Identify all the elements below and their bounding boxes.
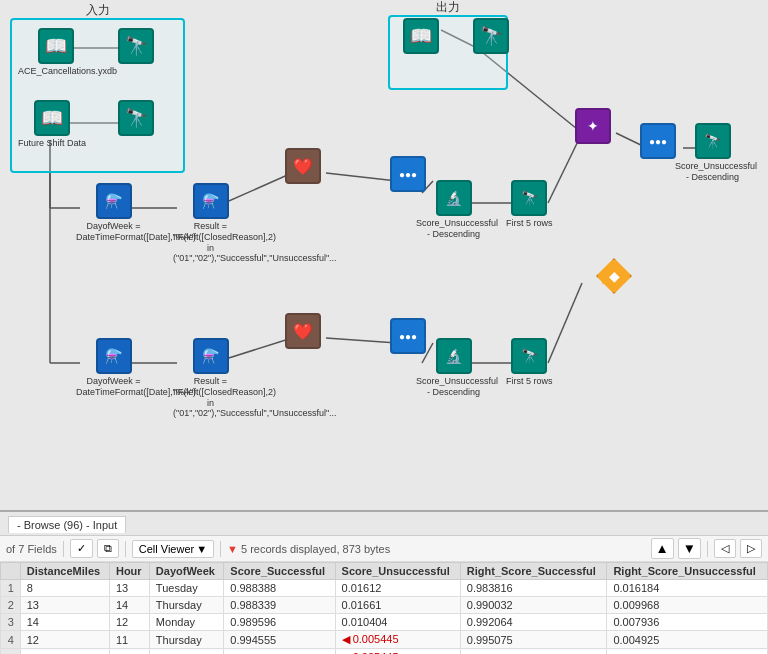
node-label-score2: Score_Unsuccessful - Descending: [416, 376, 491, 398]
row-number: 5: [1, 649, 21, 655]
col-score-successful[interactable]: Score_Successful: [224, 563, 335, 580]
node-model-1[interactable]: ❤️: [285, 148, 321, 184]
cell-4: 0.994555: [224, 649, 335, 655]
table-row: 1813Tuesday0.9883880.016120.9838160.0161…: [1, 580, 768, 597]
table-row: 31412Monday0.9895960.0104040.9920640.007…: [1, 614, 768, 631]
node-icon-join: ✦: [575, 108, 611, 144]
cell-1: 13: [20, 597, 109, 614]
table-row: 511Friday0.994555◀ 0.0054450.9950750.004…: [1, 649, 768, 655]
node-ace-cancellations[interactable]: 📖 ACE_Cancellations.yxdb: [18, 28, 93, 77]
node-formula-result-2[interactable]: ⚗️ Result = IIF(left([ClosedReason],2) i…: [173, 338, 248, 419]
cell-7: 0.007936: [607, 614, 768, 631]
sep-1: [63, 541, 64, 557]
node-future-shift[interactable]: 📖 Future Shift Data: [18, 100, 86, 149]
nav-prev-btn[interactable]: ◁: [714, 539, 736, 558]
node-label-score1: Score_Unsuccessful - Descending: [416, 218, 491, 240]
cell-6: 0.995075: [460, 631, 607, 649]
node-icon-first5-1: 🔭: [511, 180, 547, 216]
node-label-future: Future Shift Data: [18, 138, 86, 149]
cell-5: ◀ 0.005445: [335, 631, 460, 649]
cell-7: 0.004925: [607, 631, 768, 649]
cell-3: Friday: [149, 649, 223, 655]
row-number: 4: [1, 631, 21, 649]
cell-7: 0.004925: [607, 649, 768, 655]
node-icon-warning: ◆: [596, 258, 632, 294]
node-icon-final-browse: 🔭: [695, 123, 731, 159]
table-body: 1813Tuesday0.9883880.016120.9838160.0161…: [1, 580, 768, 655]
scroll-up-btn[interactable]: ▲: [651, 538, 674, 559]
cell-7: 0.016184: [607, 580, 768, 597]
node-formula-result-1[interactable]: ⚗️ Result = IIF(left([ClosedReason],2) i…: [173, 183, 248, 264]
node-icon-book: 📖: [38, 28, 74, 64]
col-score-unsuccessful[interactable]: Score_Unsuccessful: [335, 563, 460, 580]
node-icon-multirow: ●●●: [640, 123, 676, 159]
node-label-result1: Result = IIF(left([ClosedReason],2) in (…: [173, 221, 248, 264]
cell-2: 14: [109, 597, 149, 614]
cell-5: 0.01661: [335, 597, 460, 614]
node-model-2[interactable]: ❤️: [285, 313, 321, 349]
cell-6: 0.983816: [460, 580, 607, 597]
cell-viewer-btn[interactable]: Cell Viewer ▼: [132, 540, 214, 558]
col-right-score-successful[interactable]: Right_Score_Successful: [460, 563, 607, 580]
cell-3: Tuesday: [149, 580, 223, 597]
data-table[interactable]: DistanceMiles Hour DayofWeek Score_Succe…: [0, 562, 768, 654]
node-label-final: Score_Unsuccessful - Descending: [675, 161, 750, 183]
node-icon-output-browse: 🔭: [473, 18, 509, 54]
node-icon-formula-day1: ⚗️: [96, 183, 132, 219]
node-icon-first5-2: 🔭: [511, 338, 547, 374]
workflow-canvas: 入力 出力 📖 ACE_Cancellations.yxdb 🔭 📖 Futur…: [0, 0, 768, 510]
node-browse-1[interactable]: 🔭: [118, 28, 154, 64]
node-output-book[interactable]: 📖: [403, 18, 439, 54]
col-distancemiles[interactable]: DistanceMiles: [20, 563, 109, 580]
node-icon-formula-result2: ⚗️: [193, 338, 229, 374]
node-icon-score2: 🔬: [436, 338, 472, 374]
node-icon-formula-day2: ⚗️: [96, 338, 132, 374]
col-dayofweek[interactable]: DayofWeek: [149, 563, 223, 580]
node-icon-score1: 🔬: [436, 180, 472, 216]
nav-next-btn[interactable]: ▷: [740, 539, 762, 558]
bottom-panel: - Browse (96) - Input of 7 Fields ✓ ⧉ Ce…: [0, 510, 768, 654]
node-final-browse[interactable]: 🔭 Score_Unsuccessful - Descending: [675, 123, 750, 183]
node-first5-2[interactable]: 🔭 First 5 rows: [506, 338, 553, 387]
svg-line-6: [326, 173, 397, 181]
copy-btn[interactable]: ⧉: [97, 539, 119, 558]
row-number: 2: [1, 597, 21, 614]
col-right-score-unsuccessful[interactable]: Right_Score_Unsuccessful: [607, 563, 768, 580]
node-label-result2: Result = IIF(left([ClosedReason],2) in (…: [173, 376, 248, 419]
sep-2: [125, 541, 126, 557]
node-formula-day-2[interactable]: ⚗️ DayofWeek = DateTimeFormat([Date],"%A…: [76, 338, 151, 398]
node-score-desc-1[interactable]: 🔬 Score_Unsuccessful - Descending: [416, 180, 491, 240]
cell-5: 0.010404: [335, 614, 460, 631]
node-score-desc-2[interactable]: 🔬 Score_Unsuccessful - Descending: [416, 338, 491, 398]
node-label-first5-1: First 5 rows: [506, 218, 553, 229]
col-hour[interactable]: Hour: [109, 563, 149, 580]
cell-6: 0.990032: [460, 597, 607, 614]
node-formula-day-1[interactable]: ⚗️ DayofWeek = DateTimeFormat([Date],"%A…: [76, 183, 151, 243]
scroll-down-btn[interactable]: ▼: [678, 538, 701, 559]
cell-4: 0.994555: [224, 631, 335, 649]
node-warning[interactable]: ◆: [596, 258, 632, 294]
node-join[interactable]: ✦: [575, 108, 611, 144]
svg-line-17: [548, 283, 582, 363]
check-btn[interactable]: ✓: [70, 539, 93, 558]
node-label-day2: DayofWeek = DateTimeFormat([Date],"%A"): [76, 376, 151, 398]
cell-4: 0.988388: [224, 580, 335, 597]
table-toolbar: of 7 Fields ✓ ⧉ Cell Viewer ▼ ▼ 5 record…: [0, 536, 768, 562]
sep-3: [220, 541, 221, 557]
node-label-first5-2: First 5 rows: [506, 376, 553, 387]
cell-6: 0.995075: [460, 649, 607, 655]
node-first5-1[interactable]: 🔭 First 5 rows: [506, 180, 553, 229]
filter-icon: ▼: [227, 543, 238, 555]
fields-info: of 7 Fields: [6, 543, 57, 555]
cell-4: 0.988339: [224, 597, 335, 614]
cell-1: 11: [20, 649, 109, 655]
cell-6: 0.992064: [460, 614, 607, 631]
node-multirow[interactable]: ●●●: [640, 123, 676, 159]
tab-browse[interactable]: - Browse (96) - Input: [8, 516, 126, 533]
node-icon-model2: ❤️: [285, 313, 321, 349]
node-browse-2[interactable]: 🔭: [118, 100, 154, 136]
node-label-day1: DayofWeek = DateTimeFormat([Date],"%A"): [76, 221, 151, 243]
node-output-browse[interactable]: 🔭: [473, 18, 509, 54]
svg-line-13: [326, 338, 397, 343]
records-label: 5 records displayed, 873 bytes: [241, 543, 390, 555]
